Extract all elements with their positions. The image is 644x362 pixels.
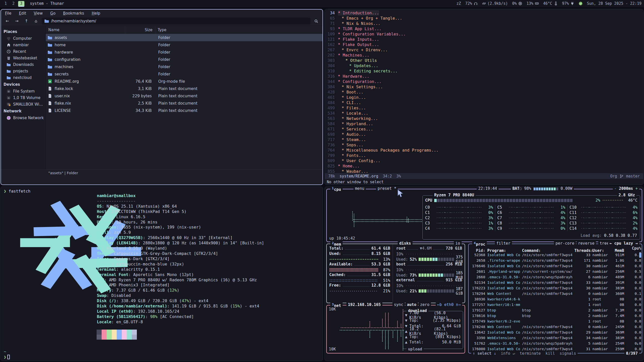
- org-heading-line[interactable]: 109* Configuration Variables...: [326, 31, 642, 37]
- process-row[interactable]: 52134Isolated Web Co/nix/store/sm8fmrf3w…: [469, 280, 640, 285]
- org-heading-line[interactable]: 428* Boot...: [326, 89, 642, 95]
- process-row[interactable]: 176223Isolated Web Co/nix/store/sm8fmrf3…: [469, 285, 640, 291]
- tab-mem[interactable]: 2mem: [330, 241, 343, 247]
- org-heading-line[interactable]: 282* Machines...: [326, 53, 642, 58]
- process-row[interactable]: 52368Isolated Web Co/nix/store/sm8fmrf3w…: [469, 252, 640, 258]
- tab-per-core[interactable]: per-core: [554, 241, 576, 246]
- org-heading-line[interactable]: 310* Editing secrets...: [326, 68, 642, 74]
- process-row[interactable]: 176646Isolated Web Co/nix/store/sm8fmrf3…: [469, 263, 640, 269]
- org-heading-line[interactable]: 563* Networking...: [326, 116, 642, 121]
- proc-scrollbar[interactable]: [639, 253, 641, 258]
- file-row[interactable]: configurationFolder: [46, 56, 323, 63]
- column-size[interactable]: Size: [125, 26, 155, 34]
- sidebar-item-recent[interactable]: Recent: [1, 48, 46, 55]
- org-heading-line[interactable]: 499* Files...: [326, 105, 642, 111]
- org-heading-line[interactable]: 534* Locale...: [326, 111, 642, 116]
- org-heading-line[interactable]: 809* User Config...: [326, 158, 642, 163]
- org-heading-line[interactable]: 384* Nix Settings...: [326, 84, 642, 89]
- org-heading-line[interactable]: 65* Emacs + Org + Tangle...: [326, 16, 642, 21]
- org-heading-line[interactable]: 303* Other Utils: [326, 58, 642, 63]
- org-heading-line[interactable]: 764* Miscellaneous Packages and Programs…: [326, 148, 642, 153]
- tab-auto[interactable]: auto: [406, 302, 418, 307]
- tab-proc[interactable]: 4proc: [472, 241, 487, 247]
- sidebar-item-file-system[interactable]: File System: [1, 88, 46, 95]
- tab-filter[interactable]: filter: [495, 241, 512, 246]
- file-row[interactable]: README.org76,4 KiBOrg-mode file: [46, 78, 323, 85]
- tab-disks[interactable]: disks: [398, 241, 413, 246]
- org-heading-line[interactable]: 671* Services...: [326, 126, 642, 132]
- sidebar-item-projects[interactable]: projects: [1, 68, 46, 74]
- column-name[interactable]: Name: [46, 26, 125, 34]
- process-row[interactable]: 178248Web Content/nix/store/sm8fmrf3wps4…: [469, 324, 640, 330]
- org-heading-line[interactable]: 121* Flake Inputs...: [326, 37, 642, 42]
- tab-sync[interactable]: sync: [392, 302, 405, 307]
- process-row[interactable]: 176000Isolated Web Co/nix/store/sm8fmrf3…: [469, 346, 640, 352]
- sidebar-item-computer[interactable]: Computer: [1, 35, 46, 42]
- sidebar-item-wastebasket[interactable]: Wastebasket: [1, 55, 46, 61]
- search-button[interactable]: [312, 18, 320, 24]
- back-button[interactable]: ←: [4, 18, 11, 24]
- sidebar-item-nextcloud[interactable]: nextcloud: [1, 74, 46, 81]
- process-row[interactable]: 177257kworker/10:1-mm_1root0B0.0: [469, 302, 640, 307]
- sidebar-item-nambiar[interactable]: nambiar: [1, 42, 46, 48]
- org-heading-line[interactable]: 825* Home...: [326, 163, 642, 169]
- workspace-3[interactable]: 3: [18, 1, 24, 6]
- process-row[interactable]: 38936kworker/u64:6-kc1root0B0.0: [469, 296, 640, 302]
- process-row[interactable]: 2601.Hyprland-wrapp/run/current-system/s…: [469, 269, 640, 274]
- org-heading-line[interactable]: 799* Fonts...: [326, 153, 642, 158]
- file-row[interactable]: assetsFolder: [46, 34, 323, 41]
- tab-reverse[interactable]: reverse: [577, 241, 596, 246]
- forward-button[interactable]: →: [13, 18, 21, 24]
- process-row[interactable]: 178294Web Content/nix/store/sm8fmrf3wps4…: [469, 291, 640, 296]
- sidebar-item-browse-network[interactable]: Browse Network: [1, 115, 46, 121]
- file-row[interactable]: machinesFolder: [46, 63, 323, 70]
- tab-io[interactable]: io: [454, 241, 462, 246]
- process-row[interactable]: 2658.firefox-wrappe/nix/store/sm8fmrf3wp…: [469, 258, 640, 263]
- file-row[interactable]: flake.lock3,1 KiBPlain text document: [46, 85, 323, 92]
- org-heading-line[interactable]: 316* Hardware...: [326, 74, 642, 79]
- workspace-1[interactable]: 1: [3, 1, 9, 6]
- org-heading-line[interactable]: 698* Audio...: [326, 132, 642, 137]
- org-heading-line[interactable]: 344* Configuration...: [326, 79, 642, 84]
- org-heading-line[interactable]: 93* TLDR App List...: [326, 26, 642, 31]
- process-row[interactable]: 3390WebExtensions/nix/store/sm8fmrf3wps4…: [469, 335, 640, 341]
- menu-file[interactable]: File: [5, 11, 11, 16]
- tab-interface[interactable]: ←b eth0 n→: [436, 302, 462, 307]
- process-row[interactable]: 179127btopbtop2nambiar7.3M0.0: [469, 307, 640, 313]
- org-heading-line[interactable]: 162* Flake Output...: [326, 42, 642, 47]
- sidebar-item-smallbox-wi-[interactable]: SMALLBOX Wi...: [1, 101, 46, 108]
- org-heading-line[interactable]: 267* Envrc + Direnv...: [326, 47, 642, 53]
- process-row[interactable]: 51762.emacs-31.0.50-/nix/store/wnqz5pa8r…: [469, 341, 640, 346]
- process-row[interactable]: 2660.emacs-31.0.50-/nix/store/wnqz5pa8ra…: [469, 274, 640, 280]
- menu-help[interactable]: Help: [92, 11, 100, 16]
- workspace-2[interactable]: 2: [10, 1, 17, 6]
- file-row[interactable]: hardwareFolder: [46, 49, 323, 56]
- org-heading-line[interactable]: 34* Introduction...: [326, 10, 642, 16]
- org-heading-line[interactable]: 304* Updates...: [326, 63, 642, 68]
- file-row[interactable]: secretsFolder: [46, 70, 323, 78]
- file-row[interactable]: homeFolder: [46, 41, 323, 49]
- sidebar-item-1-0-tb-volume[interactable]: 1,0 TB Volume: [1, 95, 46, 101]
- org-heading-line[interactable]: 736* Sops...: [326, 142, 642, 148]
- file-row[interactable]: flake.nix2,5 KiBPlain text document: [46, 100, 323, 107]
- tab-zero[interactable]: zero: [419, 302, 431, 307]
- org-heading-line[interactable]: 584* Hyprland...: [326, 121, 642, 126]
- org-heading-line[interactable]: 71* Nix & Nixos...: [326, 21, 642, 26]
- sort-selector[interactable]: ← cpu lazy →: [608, 241, 639, 246]
- menu-bookmarks[interactable]: Bookmarks: [63, 11, 84, 16]
- org-heading-line[interactable]: 717* Steam...: [326, 137, 642, 142]
- org-heading-line[interactable]: 855* Waubar...: [326, 169, 642, 173]
- file-row[interactable]: user.nix229 bytesPlain text document: [46, 92, 323, 100]
- path-bar[interactable]: /home/nambiar/system/: [42, 18, 310, 24]
- menu-go[interactable]: Go: [50, 11, 56, 16]
- process-row[interactable]: 13642Isolated Web Co/nix/store/sm8fmrf3w…: [469, 330, 640, 335]
- up-button[interactable]: ↑: [23, 18, 30, 24]
- org-heading-line[interactable]: 484* CLI...: [326, 100, 642, 105]
- file-row[interactable]: LICENSE34,3 KiBPlain text document: [46, 107, 323, 114]
- org-heading-line[interactable]: 461* Login...: [326, 95, 642, 100]
- process-row[interactable]: 178616btopbtop2nambiar7.4M0.0: [469, 313, 640, 319]
- menu-edit[interactable]: Edit: [19, 11, 26, 16]
- home-button[interactable]: ⌂: [32, 18, 40, 24]
- menu-view[interactable]: View: [34, 11, 43, 16]
- column-type[interactable]: Type: [155, 26, 323, 34]
